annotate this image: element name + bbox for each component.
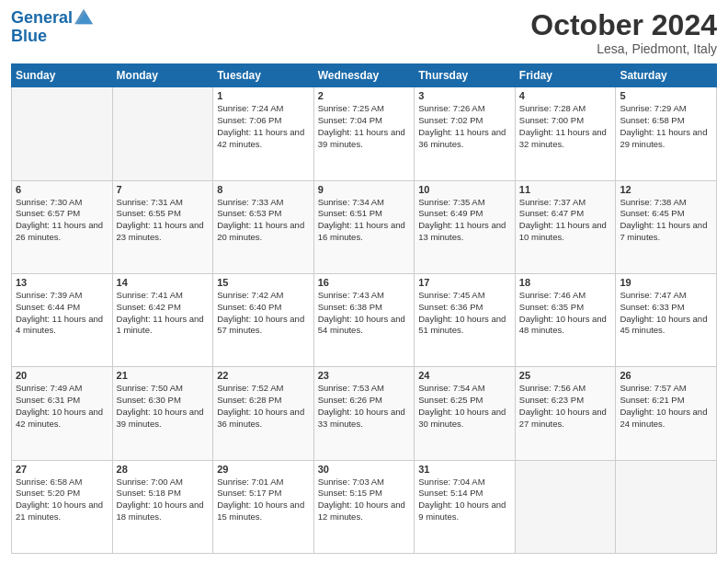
- day-number: 1: [217, 90, 310, 101]
- week-row-4: 27 Sunrise: 6:58 AMSunset: 5:20 PMDaylig…: [12, 460, 717, 553]
- calendar-cell: [515, 460, 616, 553]
- cell-text: Sunrise: 7:26 AMSunset: 7:02 PMDaylight:…: [418, 103, 511, 150]
- cell-text: Sunrise: 7:53 AMSunset: 6:26 PMDaylight:…: [318, 383, 411, 430]
- day-number: 29: [217, 464, 310, 475]
- calendar-cell: 21 Sunrise: 7:50 AMSunset: 6:30 PMDaylig…: [112, 367, 213, 460]
- day-number: 18: [519, 277, 612, 288]
- day-number: 20: [16, 370, 108, 381]
- cell-text: Sunrise: 7:56 AMSunset: 6:23 PMDaylight:…: [519, 383, 612, 430]
- cell-text: Sunrise: 7:31 AMSunset: 6:55 PMDaylight:…: [117, 197, 210, 244]
- day-of-week-row: SundayMondayTuesdayWednesdayThursdayFrid…: [12, 64, 717, 87]
- calendar-cell: 7 Sunrise: 7:31 AMSunset: 6:55 PMDayligh…: [112, 180, 213, 273]
- day-number: 17: [418, 277, 511, 288]
- calendar-cell: 16 Sunrise: 7:43 AMSunset: 6:38 PMDaylig…: [313, 273, 415, 366]
- logo-blue: Blue: [11, 28, 93, 46]
- logo-text: General: [11, 9, 73, 28]
- calendar-cell: 4 Sunrise: 7:28 AMSunset: 7:00 PMDayligh…: [515, 87, 616, 180]
- calendar-cell: 28 Sunrise: 7:00 AMSunset: 5:18 PMDaylig…: [112, 460, 213, 553]
- calendar-cell: 6 Sunrise: 7:30 AMSunset: 6:57 PMDayligh…: [12, 180, 113, 273]
- logo: General Blue: [11, 9, 93, 46]
- calendar-cell: 26 Sunrise: 7:57 AMSunset: 6:21 PMDaylig…: [616, 367, 717, 460]
- day-number: 22: [217, 370, 310, 381]
- calendar: SundayMondayTuesdayWednesdayThursdayFrid…: [11, 63, 717, 554]
- calendar-cell: [616, 460, 717, 553]
- calendar-cell: 31 Sunrise: 7:04 AMSunset: 5:14 PMDaylig…: [415, 460, 516, 553]
- day-number: 12: [620, 184, 712, 195]
- calendar-cell: 8 Sunrise: 7:33 AMSunset: 6:53 PMDayligh…: [213, 180, 314, 273]
- calendar-cell: 2 Sunrise: 7:25 AMSunset: 7:04 PMDayligh…: [313, 87, 415, 180]
- dow-header-friday: Friday: [515, 64, 616, 87]
- day-number: 28: [117, 464, 210, 475]
- calendar-cell: [12, 87, 113, 180]
- day-number: 27: [16, 464, 108, 475]
- calendar-cell: 20 Sunrise: 7:49 AMSunset: 6:31 PMDaylig…: [12, 367, 113, 460]
- calendar-cell: 29 Sunrise: 7:01 AMSunset: 5:17 PMDaylig…: [213, 460, 314, 553]
- dow-header-thursday: Thursday: [415, 64, 516, 87]
- week-row-1: 6 Sunrise: 7:30 AMSunset: 6:57 PMDayligh…: [12, 180, 717, 273]
- cell-text: Sunrise: 6:58 AMSunset: 5:20 PMDaylight:…: [16, 477, 108, 523]
- day-number: 23: [318, 370, 411, 381]
- cell-text: Sunrise: 7:50 AMSunset: 6:30 PMDaylight:…: [117, 383, 210, 430]
- location: Lesa, Piedmont, Italy: [530, 41, 717, 56]
- cell-text: Sunrise: 7:43 AMSunset: 6:38 PMDaylight:…: [318, 290, 411, 337]
- cell-text: Sunrise: 7:04 AMSunset: 5:14 PMDaylight:…: [418, 477, 511, 523]
- day-number: 19: [620, 277, 712, 288]
- calendar-cell: 9 Sunrise: 7:34 AMSunset: 6:51 PMDayligh…: [313, 180, 415, 273]
- cell-text: Sunrise: 7:35 AMSunset: 6:49 PMDaylight:…: [418, 197, 511, 244]
- day-number: 9: [318, 184, 411, 195]
- calendar-body: 1 Sunrise: 7:24 AMSunset: 7:06 PMDayligh…: [12, 87, 717, 554]
- week-row-2: 13 Sunrise: 7:39 AMSunset: 6:44 PMDaylig…: [12, 273, 717, 366]
- week-row-0: 1 Sunrise: 7:24 AMSunset: 7:06 PMDayligh…: [12, 87, 717, 180]
- day-number: 14: [117, 277, 210, 288]
- day-number: 7: [117, 184, 210, 195]
- day-number: 11: [519, 184, 612, 195]
- week-row-3: 20 Sunrise: 7:49 AMSunset: 6:31 PMDaylig…: [12, 367, 717, 460]
- cell-text: Sunrise: 7:57 AMSunset: 6:21 PMDaylight:…: [620, 383, 712, 430]
- day-number: 6: [16, 184, 108, 195]
- calendar-cell: 5 Sunrise: 7:29 AMSunset: 6:58 PMDayligh…: [616, 87, 717, 180]
- day-number: 3: [418, 90, 511, 101]
- dow-header-saturday: Saturday: [616, 64, 717, 87]
- cell-text: Sunrise: 7:47 AMSunset: 6:33 PMDaylight:…: [620, 290, 712, 337]
- day-number: 10: [418, 184, 511, 195]
- cell-text: Sunrise: 7:29 AMSunset: 6:58 PMDaylight:…: [620, 103, 712, 150]
- cell-text: Sunrise: 7:24 AMSunset: 7:06 PMDaylight:…: [217, 103, 310, 150]
- page: General Blue October 2024 Lesa, Piedmont…: [0, 0, 728, 563]
- dow-header-tuesday: Tuesday: [213, 64, 314, 87]
- calendar-cell: 17 Sunrise: 7:45 AMSunset: 6:36 PMDaylig…: [415, 273, 516, 366]
- cell-text: Sunrise: 7:03 AMSunset: 5:15 PMDaylight:…: [318, 477, 411, 523]
- day-number: 26: [620, 370, 712, 381]
- dow-header-wednesday: Wednesday: [313, 64, 415, 87]
- logo-icon: [74, 7, 93, 26]
- cell-text: Sunrise: 7:42 AMSunset: 6:40 PMDaylight:…: [217, 290, 310, 337]
- calendar-cell: [112, 87, 213, 180]
- cell-text: Sunrise: 7:49 AMSunset: 6:31 PMDaylight:…: [16, 383, 108, 430]
- calendar-cell: 24 Sunrise: 7:54 AMSunset: 6:25 PMDaylig…: [415, 367, 516, 460]
- calendar-cell: 3 Sunrise: 7:26 AMSunset: 7:02 PMDayligh…: [415, 87, 516, 180]
- cell-text: Sunrise: 7:41 AMSunset: 6:42 PMDaylight:…: [117, 290, 210, 337]
- cell-text: Sunrise: 7:52 AMSunset: 6:28 PMDaylight:…: [217, 383, 310, 430]
- calendar-cell: 22 Sunrise: 7:52 AMSunset: 6:28 PMDaylig…: [213, 367, 314, 460]
- day-number: 16: [318, 277, 411, 288]
- calendar-cell: 23 Sunrise: 7:53 AMSunset: 6:26 PMDaylig…: [313, 367, 415, 460]
- cell-text: Sunrise: 7:46 AMSunset: 6:35 PMDaylight:…: [519, 290, 612, 337]
- cell-text: Sunrise: 7:25 AMSunset: 7:04 PMDaylight:…: [318, 103, 411, 150]
- calendar-cell: 15 Sunrise: 7:42 AMSunset: 6:40 PMDaylig…: [213, 273, 314, 366]
- cell-text: Sunrise: 7:01 AMSunset: 5:17 PMDaylight:…: [217, 477, 310, 523]
- calendar-cell: 19 Sunrise: 7:47 AMSunset: 6:33 PMDaylig…: [616, 273, 717, 366]
- day-number: 13: [16, 277, 108, 288]
- header: General Blue October 2024 Lesa, Piedmont…: [11, 9, 717, 56]
- cell-text: Sunrise: 7:54 AMSunset: 6:25 PMDaylight:…: [418, 383, 511, 430]
- day-number: 4: [519, 90, 612, 101]
- cell-text: Sunrise: 7:00 AMSunset: 5:18 PMDaylight:…: [117, 477, 210, 523]
- calendar-cell: 13 Sunrise: 7:39 AMSunset: 6:44 PMDaylig…: [12, 273, 113, 366]
- month-title: October 2024: [530, 9, 717, 41]
- cell-text: Sunrise: 7:37 AMSunset: 6:47 PMDaylight:…: [519, 197, 612, 244]
- day-number: 2: [318, 90, 411, 101]
- cell-text: Sunrise: 7:28 AMSunset: 7:00 PMDaylight:…: [519, 103, 612, 150]
- day-number: 31: [418, 464, 511, 475]
- cell-text: Sunrise: 7:39 AMSunset: 6:44 PMDaylight:…: [16, 290, 108, 337]
- calendar-cell: 12 Sunrise: 7:38 AMSunset: 6:45 PMDaylig…: [616, 180, 717, 273]
- cell-text: Sunrise: 7:38 AMSunset: 6:45 PMDaylight:…: [620, 197, 712, 244]
- calendar-cell: 25 Sunrise: 7:56 AMSunset: 6:23 PMDaylig…: [515, 367, 616, 460]
